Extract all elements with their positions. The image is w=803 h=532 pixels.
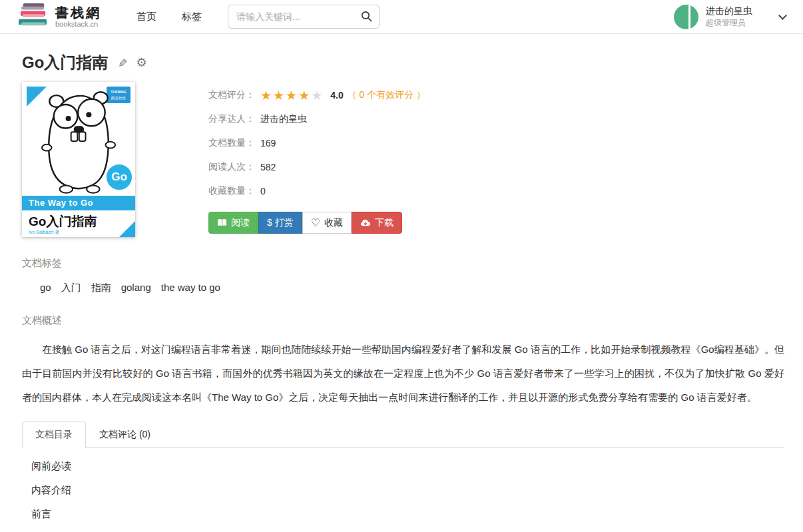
heart-icon	[311, 216, 320, 229]
nav-link[interactable]: 标签	[182, 11, 202, 23]
cover-title: Go入门指南	[29, 213, 97, 230]
site-logo[interactable]: 書栈網 bookstack.cn	[17, 3, 101, 31]
toc-item[interactable]: 第1章：Go 语言的起源，发展与普及	[31, 526, 784, 532]
rating-value: 4.0	[330, 90, 343, 101]
tab-comments[interactable]: 文档评论 (0)	[86, 421, 164, 448]
cover-corner-decoration	[119, 221, 135, 237]
tag-list: go 入门 指南 golang the way to go	[22, 282, 784, 294]
tags-heading: 文档标签	[22, 257, 784, 270]
toc-item[interactable]: 阅前必读	[31, 454, 784, 478]
info-label: 收藏数量：	[208, 185, 255, 197]
book-info-row: 分享达人： 进击的皇虫	[208, 107, 425, 131]
search-icon[interactable]	[361, 11, 372, 24]
nav-link[interactable]: 首页	[136, 11, 156, 23]
gear-icon[interactable]	[136, 55, 147, 70]
tag-link[interactable]: go	[40, 282, 51, 294]
cover-banner: The Way to Go	[22, 196, 135, 210]
tag-link[interactable]: the way to go	[161, 282, 220, 294]
star-icon[interactable]	[286, 89, 298, 102]
info-label: 分享达人：	[208, 113, 255, 125]
overview-heading: 文档概述	[22, 314, 784, 327]
info-label: 阅读人次：	[208, 161, 255, 173]
star-icon[interactable]	[273, 89, 286, 102]
cover-credits: Ivo Balbaert 著 陈佳栋 译	[29, 229, 59, 237]
user-name: 进击的皇虫	[706, 5, 752, 17]
rating-label: 文档评分：	[208, 89, 255, 101]
chevron-down-icon[interactable]	[778, 11, 787, 20]
book-info-panel: 文档评分： 4.0 （ 0 个有效评分 ） 分享达人： 进击的皇虫 文档数量： …	[208, 82, 425, 237]
tag-link[interactable]: 指南	[91, 282, 111, 294]
rating-row: 文档评分： 4.0 （ 0 个有效评分 ）	[208, 83, 425, 107]
rating-stars	[260, 89, 324, 102]
top-navbar: 書栈網 bookstack.cn 首页 标签 进击的皇虫 超级管理员	[0, 0, 803, 34]
star-icon[interactable]	[311, 89, 324, 102]
go-logo-badge: Go	[105, 163, 133, 191]
site-title: 書栈網	[55, 5, 101, 20]
info-value: 582	[260, 162, 276, 172]
star-icon[interactable]	[260, 89, 273, 102]
info-value: 0	[260, 186, 266, 196]
book-stack-logo-icon	[17, 3, 49, 31]
book-cover[interactable]: TURING 图灵社区	[22, 82, 135, 237]
book-detail-page: Go入门指南 TURING 图灵社区	[0, 52, 803, 532]
search-input[interactable]	[228, 5, 380, 29]
cloud-download-icon	[360, 218, 371, 227]
info-value: 169	[260, 138, 276, 148]
book-info-row: 阅读人次： 582	[208, 155, 425, 179]
page-title-row: Go入门指南	[22, 52, 784, 73]
book-info-row: 文档数量： 169	[208, 131, 425, 155]
reward-button[interactable]: $ 打赏	[258, 212, 302, 234]
toc-item[interactable]: 前言	[31, 502, 784, 526]
tag-link[interactable]: golang	[121, 282, 151, 294]
book-stats: 分享达人： 进击的皇虫 文档数量： 169 阅读人次： 582 收藏数	[208, 107, 425, 203]
book-icon	[217, 218, 227, 227]
favorite-button[interactable]: 收藏	[302, 212, 352, 234]
page-title: Go入门指南	[22, 52, 108, 73]
user-role: 超级管理员	[706, 17, 752, 28]
download-button[interactable]: 下载	[352, 212, 402, 234]
toc-list: 阅前必读 内容介绍 前言 第1章：Go 语言的起源，发展与普及 第2章：安装与运…	[22, 454, 784, 532]
overview-text: 在接触 Go 语言之后，对这门编程语言非常着迷，期间也陆陆续续开始一些帮助国内编…	[22, 338, 784, 409]
toc-item[interactable]: 内容介绍	[31, 478, 784, 502]
tab-toc[interactable]: 文档目录	[22, 421, 86, 448]
user-avatar[interactable]	[674, 5, 698, 29]
book-action-buttons: 阅读 $ 打赏 收藏 下载	[208, 212, 402, 234]
site-domain: bookstack.cn	[55, 20, 101, 28]
read-button[interactable]: 阅读	[208, 212, 258, 234]
info-value: 进击的皇虫	[260, 113, 307, 125]
content-tabs: 文档目录 文档评论 (0)	[22, 421, 784, 448]
user-menu[interactable]: 进击的皇虫 超级管理员	[674, 5, 788, 29]
tag-link[interactable]: 入门	[61, 282, 81, 294]
search-box	[228, 5, 380, 29]
edit-icon[interactable]	[117, 56, 127, 70]
info-label: 文档数量：	[208, 137, 255, 149]
book-info-row: 收藏数量： 0	[208, 179, 425, 203]
main-nav: 首页 标签	[124, 11, 214, 23]
star-icon[interactable]	[298, 89, 311, 102]
rating-note: （ 0 个有效评分 ）	[348, 89, 425, 101]
